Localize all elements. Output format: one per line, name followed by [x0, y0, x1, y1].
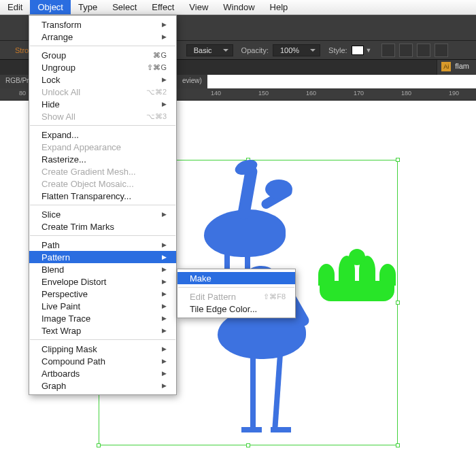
menu-item-label: Expand... — [41, 130, 79, 140]
menu-effect[interactable]: Effect — [144, 0, 182, 14]
object-menu-item-blend[interactable]: Blend▶ — [29, 263, 176, 275]
object-menu-item-create-trim-marks[interactable]: Create Trim Marks — [29, 220, 176, 233]
object-menu-item-group[interactable]: Group⌘G — [29, 49, 176, 61]
selection-handle-se[interactable] — [396, 443, 400, 447]
menu-item-label: Ungroup — [41, 63, 75, 73]
view-mode-right: eview) — [177, 75, 207, 88]
menu-view[interactable]: View — [182, 0, 216, 14]
object-menu-item-create-object-mosaic: Create Object Mosaic... — [29, 177, 176, 190]
menu-item-label: Blend — [41, 265, 64, 275]
object-menu-item-slice[interactable]: Slice▶ — [29, 208, 176, 220]
menu-item-label: Artboards — [41, 369, 80, 379]
menu-help[interactable]: Help — [262, 0, 296, 14]
submenu-arrow-icon: ▶ — [162, 345, 167, 352]
submenu-arrow-icon: ▶ — [162, 358, 167, 364]
submenu-arrow-icon: ▶ — [162, 290, 167, 297]
object-menu-item-lock[interactable]: Lock▶ — [29, 73, 176, 86]
object-menu-item-rasterize[interactable]: Rasterize... — [29, 153, 176, 165]
menu-item-label: Path — [41, 240, 60, 250]
selection-handle-s[interactable] — [246, 443, 250, 447]
menu-item-label: Group — [41, 50, 66, 61]
object-menu-item-pattern[interactable]: Pattern▶ — [29, 251, 176, 263]
submenu-arrow-icon: ▶ — [162, 101, 167, 107]
menu-item-label: Graph — [41, 381, 66, 391]
pattern-submenu: MakeEdit Pattern⇧⌘F8Tile Edge Color... — [177, 269, 296, 318]
menu-item-label: Live Paint — [41, 301, 80, 311]
document-setup-icon[interactable] — [381, 44, 395, 57]
submenu-arrow-icon: ▶ — [162, 254, 167, 260]
style-swatch[interactable] — [352, 46, 364, 55]
menu-edit[interactable]: Edit — [0, 0, 30, 14]
submenu-arrow-icon: ▶ — [162, 76, 167, 83]
menu-item-label: Transform — [41, 20, 82, 30]
object-menu-item-transform[interactable]: Transform▶ — [29, 18, 176, 31]
opacity-label: Opacity: — [241, 46, 269, 54]
menu-item-label: Create Gradient Mesh... — [41, 167, 136, 177]
menu-item-label: Create Object Mosaic... — [41, 179, 134, 189]
object-menu-item-envelope-distort[interactable]: Envelope Distort▶ — [29, 275, 176, 288]
object-menu-item-flatten-transparency[interactable]: Flatten Transparency... — [29, 190, 176, 202]
selection-handle-ne[interactable] — [396, 158, 400, 162]
brush-preset-dropdown[interactable]: Basic — [186, 44, 233, 56]
menu-window[interactable]: Window — [216, 0, 262, 14]
object-menu-item-hide[interactable]: Hide▶ — [29, 98, 176, 110]
menu-item-label: Image Trace — [41, 313, 90, 324]
pattern-submenu-item-tile-edge-color[interactable]: Tile Edge Color... — [177, 303, 295, 315]
menu-item-label: Edit Pattern — [190, 292, 236, 302]
style-label: Style: — [328, 46, 347, 54]
submenu-arrow-icon: ▶ — [162, 241, 167, 248]
object-menu-item-unlock-all: Unlock All⌥⌘2 — [29, 86, 176, 98]
menu-item-label: Perspective — [41, 289, 88, 299]
menu-item-shortcut: ⌥⌘2 — [146, 88, 167, 97]
opacity-field[interactable]: 100% — [273, 44, 320, 56]
pattern-submenu-item-make[interactable]: Make — [177, 272, 295, 284]
menu-item-label: Expand Appearance — [41, 142, 121, 152]
menu-item-label: Arrange — [41, 32, 73, 42]
menu-item-shortcut: ⌥⌘3 — [146, 112, 167, 121]
menu-type[interactable]: Type — [71, 0, 105, 14]
object-menu-item-arrange[interactable]: Arrange▶ — [29, 31, 176, 43]
menu-item-label: Rasterize... — [41, 154, 86, 165]
submenu-arrow-icon: ▶ — [162, 266, 167, 273]
app-menubar: Edit Object Type Select Effect View Wind… — [0, 0, 476, 15]
recolor-icon[interactable] — [399, 44, 413, 57]
submenu-arrow-icon: ▶ — [162, 303, 167, 309]
object-menu-item-live-paint[interactable]: Live Paint▶ — [29, 300, 176, 312]
object-menu-item-compound-path[interactable]: Compound Path▶ — [29, 355, 176, 367]
object-menu-item-ungroup[interactable]: Ungroup⇧⌘G — [29, 61, 176, 73]
object-menu-item-path[interactable]: Path▶ — [29, 239, 176, 251]
chevron-down-icon[interactable]: ▼ — [366, 47, 372, 54]
menu-item-label: Unlock All — [41, 87, 80, 97]
object-menu-item-artboards[interactable]: Artboards▶ — [29, 367, 176, 379]
ai-file-icon: Ai — [441, 62, 451, 71]
document-tab-label: flam — [455, 62, 469, 70]
menu-item-shortcut: ⇧⌘G — [147, 63, 167, 72]
object-menu-item-clipping-mask[interactable]: Clipping Mask▶ — [29, 343, 176, 355]
menu-item-shortcut: ⇧⌘F8 — [263, 292, 286, 301]
submenu-arrow-icon: ▶ — [162, 33, 167, 40]
menu-item-label: Flatten Transparency... — [41, 191, 131, 201]
menu-select[interactable]: Select — [105, 0, 144, 14]
object-menu-item-text-wrap[interactable]: Text Wrap▶ — [29, 324, 176, 337]
object-menu-item-create-gradient-mesh: Create Gradient Mesh... — [29, 165, 176, 177]
document-tab[interactable]: Ai flam — [437, 60, 476, 75]
menu-item-label: Lock — [41, 75, 60, 85]
menu-item-label: Make — [190, 273, 211, 284]
submenu-arrow-icon: ▶ — [162, 315, 167, 322]
object-menu-item-show-all: Show All⌥⌘3 — [29, 110, 176, 122]
menu-item-label: Slice — [41, 209, 61, 220]
submenu-arrow-icon: ▶ — [162, 327, 167, 334]
selection-handle-sw[interactable] — [97, 443, 101, 447]
selection-handle-e[interactable] — [396, 301, 400, 305]
menu-item-label: Pattern — [41, 252, 70, 262]
object-menu-item-graph[interactable]: Graph▶ — [29, 379, 176, 392]
object-menu-item-image-trace[interactable]: Image Trace▶ — [29, 312, 176, 324]
menu-item-label: Envelope Distort — [41, 277, 106, 287]
transform-icon[interactable] — [435, 44, 448, 57]
menu-object[interactable]: Object — [30, 0, 71, 14]
align-icon[interactable] — [417, 44, 430, 57]
menu-item-label: Create Trim Marks — [41, 222, 114, 232]
object-menu-item-expand[interactable]: Expand... — [29, 129, 176, 141]
menu-item-label: Compound Path — [41, 356, 105, 367]
object-menu-item-perspective[interactable]: Perspective▶ — [29, 288, 176, 300]
